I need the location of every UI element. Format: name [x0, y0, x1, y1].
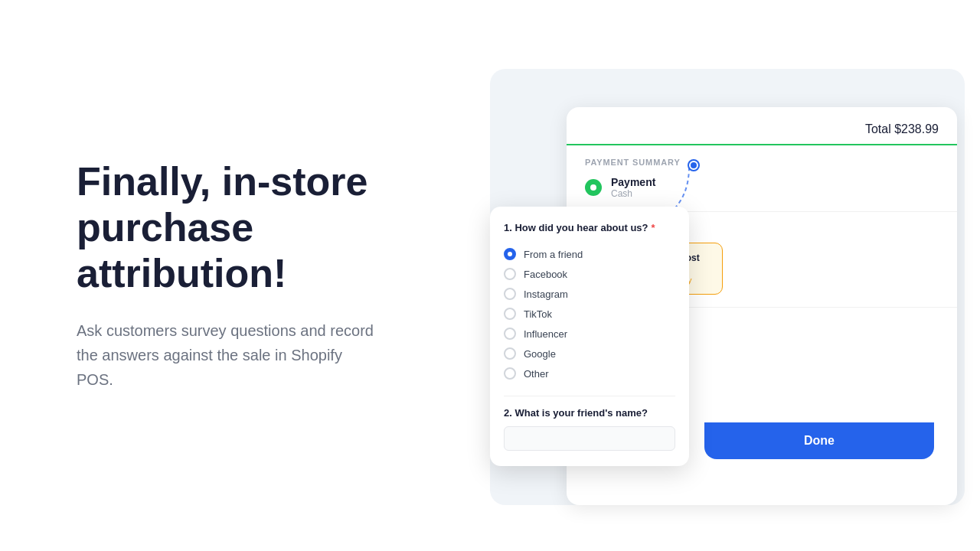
option-instagram[interactable]: Instagram: [504, 284, 675, 304]
survey-q1-label: 1. How did you hear about us? *: [504, 222, 675, 233]
radio-other: [504, 367, 516, 380]
headline: Finally, in-store purchase attribution!: [77, 159, 383, 296]
option-influencer[interactable]: Influencer: [504, 324, 675, 344]
option-from-a-friend[interactable]: From a friend: [504, 244, 675, 264]
receipt-header: Total $238.99: [567, 107, 957, 145]
radio-tiktok: [504, 308, 516, 320]
radio-influencer: [504, 328, 516, 340]
radio-from-a-friend: [504, 248, 516, 260]
connector-dot-start: [689, 161, 698, 170]
survey-options: From a friend Facebook Instagram TikTok …: [504, 244, 675, 383]
option-facebook[interactable]: Facebook: [504, 264, 675, 284]
option-label-instagram: Instagram: [524, 289, 568, 300]
option-google[interactable]: Google: [504, 344, 675, 364]
survey-popup: 1. How did you hear about us? * From a f…: [490, 207, 689, 466]
radio-instagram: [504, 288, 516, 300]
option-label-other: Other: [524, 368, 549, 380]
option-tiktok[interactable]: TikTok: [504, 304, 675, 324]
right-panel: Total $238.99 PAYMENT SUMMARY Payment Ca…: [429, 0, 980, 551]
option-label-google: Google: [524, 348, 556, 360]
radio-facebook: [504, 268, 516, 280]
option-label-facebook: Facebook: [524, 269, 567, 280]
left-panel: Finally, in-store purchase attribution! …: [0, 113, 429, 437]
option-label-tiktok: TikTok: [524, 308, 552, 320]
total-text: Total $238.99: [865, 122, 939, 136]
payment-section-label: PAYMENT SUMMARY: [585, 158, 939, 167]
option-other[interactable]: Other: [504, 364, 675, 383]
option-label-from-a-friend: From a friend: [524, 249, 583, 260]
required-star: *: [652, 222, 655, 233]
done-button[interactable]: Done: [704, 422, 934, 459]
survey-q2-input[interactable]: [504, 426, 675, 451]
subtext: Ask customers survey questions and recor…: [77, 318, 383, 392]
survey-q2: 2. What is your friend's name?: [504, 396, 675, 451]
payment-dot: [585, 179, 602, 196]
survey-q2-label: 2. What is your friend's name?: [504, 407, 675, 419]
radio-google: [504, 347, 516, 360]
option-label-influencer: Influencer: [524, 328, 567, 340]
